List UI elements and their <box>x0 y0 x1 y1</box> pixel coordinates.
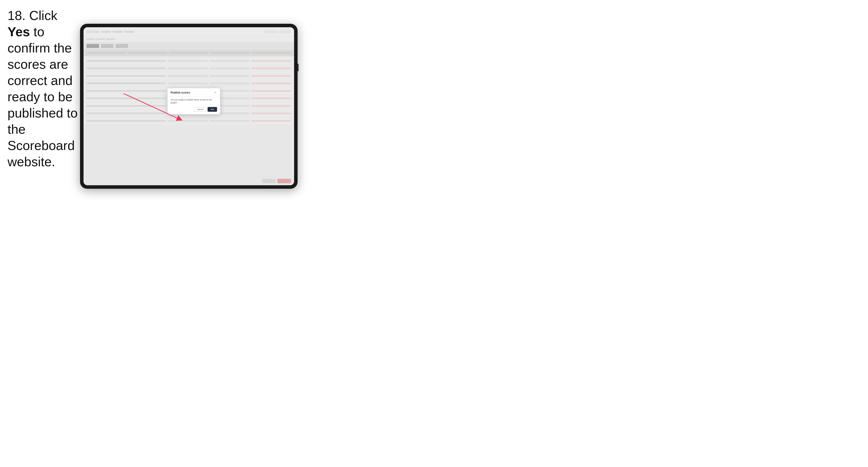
instruction-body: Click Yes to confirm the scores are corr… <box>7 8 78 169</box>
tablet-screen: Publish scores × Are you ready to publis… <box>84 27 294 185</box>
close-icon[interactable]: × <box>214 91 217 94</box>
step-number: 18. <box>7 8 26 23</box>
yes-emphasis: Yes <box>7 25 30 39</box>
modal-message: Are you ready to publish these scores to… <box>170 98 217 104</box>
tablet-side-button <box>298 64 299 71</box>
tablet-device: Publish scores × Are you ready to publis… <box>80 24 298 189</box>
instruction-text: 18. Click Yes to confirm the scores are … <box>7 7 80 170</box>
modal-overlay: Publish scores × Are you ready to publis… <box>84 27 294 185</box>
modal-body: Are you ready to publish these scores to… <box>167 96 220 114</box>
modal-title: Publish scores <box>170 91 190 94</box>
modal-actions: Cancel Yes <box>170 107 217 112</box>
modal-header: Publish scores × <box>167 88 220 96</box>
yes-button[interactable]: Yes <box>208 107 217 112</box>
publish-scores-dialog: Publish scores × Are you ready to publis… <box>167 88 220 114</box>
app-background: Publish scores × Are you ready to publis… <box>84 27 294 185</box>
cancel-button[interactable]: Cancel <box>194 107 206 112</box>
